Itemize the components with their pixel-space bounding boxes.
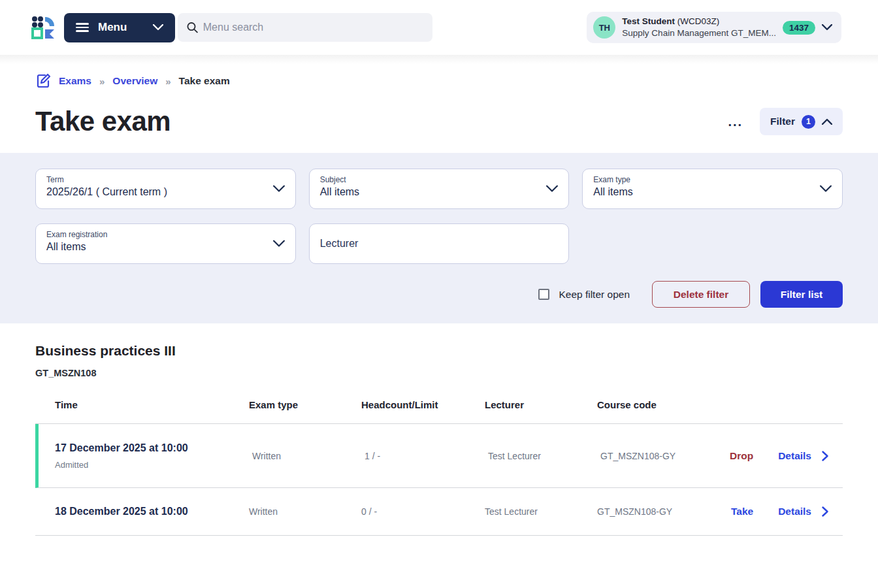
keep-filter-open-label: Keep filter open: [559, 289, 630, 301]
filter-panel: Term 2025/26/1 ( Current term ) Subject …: [0, 153, 878, 323]
exam-time: 18 December 2025 at 10:00: [55, 506, 249, 517]
exam-registration-select[interactable]: Exam registration All items: [35, 223, 296, 264]
details-label: Details: [778, 450, 811, 462]
menu-button[interactable]: Menu: [64, 13, 175, 42]
course-title: Business practices III: [35, 343, 843, 359]
app-logo-icon: [31, 16, 55, 39]
chevron-up-icon: [822, 118, 832, 125]
page-title: Take exam: [35, 106, 171, 137]
course-code: GT_MSZN108: [35, 368, 843, 378]
breadcrumb-overview[interactable]: Overview: [112, 75, 157, 87]
take-exam-button[interactable]: Take: [731, 506, 753, 517]
col-header-course-code: Course code: [597, 399, 719, 410]
user-training: Supply Chain Management GT_MEM...: [622, 27, 776, 39]
breadcrumb-separator: »: [165, 76, 171, 87]
keep-filter-open-checkbox[interactable]: [538, 289, 549, 300]
chevron-down-icon: [273, 240, 285, 248]
lecturer-cell: Test Lecturer: [485, 506, 597, 517]
user-info: Test Student (WCD03Z) Supply Chain Manag…: [622, 16, 776, 39]
filter-count-badge: 1: [802, 115, 815, 129]
chevron-down-icon: [273, 186, 285, 193]
delete-filter-button[interactable]: Delete filter: [652, 281, 750, 308]
exam-type-select[interactable]: Exam type All items: [582, 169, 843, 209]
table-header-row: Time Exam type Headcount/Limit Lecturer …: [35, 399, 843, 424]
filter-button-label: Filter: [770, 116, 795, 127]
search-icon: [187, 22, 198, 33]
chevron-right-icon: [822, 451, 828, 461]
exam-type-label: Exam type: [593, 175, 811, 184]
exam-type-cell: Written: [252, 451, 365, 461]
exam-registration-label: Exam registration: [46, 230, 264, 239]
exam-registration-value: All items: [46, 241, 264, 253]
course-code-cell: GT_MSZN108-GY: [600, 451, 723, 461]
details-link[interactable]: Details: [778, 506, 828, 517]
menu-button-label: Menu: [98, 21, 127, 34]
lecturer-field[interactable]: [309, 223, 570, 264]
course-code-cell: GT_MSZN108-GY: [597, 506, 719, 517]
exam-time: 17 December 2025 at 10:00: [55, 442, 252, 454]
hamburger-icon: [76, 23, 89, 32]
col-header-lecturer: Lecturer: [485, 399, 597, 410]
table-row: 18 December 2025 at 10:00 Written 0 / - …: [35, 488, 843, 536]
filter-list-button[interactable]: Filter list: [760, 281, 843, 308]
drop-exam-button[interactable]: Drop: [730, 450, 753, 462]
term-select[interactable]: Term 2025/26/1 ( Current term ): [35, 169, 296, 209]
col-header-time: Time: [35, 399, 249, 410]
menu-search-input[interactable]: [203, 22, 423, 33]
breadcrumb-separator: »: [99, 76, 105, 87]
col-header-exam-type: Exam type: [249, 399, 361, 410]
notification-badge: 1437: [783, 21, 815, 35]
menu-search[interactable]: [178, 13, 432, 42]
headcount-cell: 1 / -: [365, 451, 488, 461]
exam-type-value: All items: [593, 186, 811, 198]
details-link[interactable]: Details: [778, 450, 828, 462]
term-value: 2025/26/1 ( Current term ): [46, 186, 264, 198]
chevron-right-icon: [822, 506, 828, 517]
col-header-headcount: Headcount/Limit: [361, 399, 485, 410]
chevron-down-icon: [153, 24, 163, 31]
term-label: Term: [46, 175, 264, 184]
exam-status: Admitted: [55, 460, 252, 470]
subject-select[interactable]: Subject All items: [309, 169, 570, 209]
subject-label: Subject: [320, 175, 538, 184]
more-options-button[interactable]: ...: [728, 118, 743, 125]
headcount-cell: 0 / -: [361, 506, 485, 517]
user-code: (WCD03Z): [677, 16, 720, 26]
keep-filter-open-option[interactable]: Keep filter open: [538, 289, 630, 301]
exam-table: Time Exam type Headcount/Limit Lecturer …: [35, 399, 843, 536]
table-row: 17 December 2025 at 10:00 Admitted Writt…: [35, 424, 843, 488]
chevron-down-icon: [546, 186, 558, 193]
lecturer-input[interactable]: [320, 238, 559, 250]
breadcrumb-current: Take exam: [179, 75, 230, 87]
lecturer-cell: Test Lecturer: [488, 451, 600, 461]
subject-value: All items: [320, 186, 538, 198]
breadcrumb-exams[interactable]: Exams: [59, 75, 91, 87]
chevron-down-icon: [820, 186, 832, 193]
exam-edit-icon: [35, 73, 51, 89]
avatar: TH: [593, 16, 615, 39]
filter-toggle-button[interactable]: Filter 1: [760, 108, 843, 135]
user-name: Test Student: [622, 16, 675, 26]
details-label: Details: [778, 506, 811, 517]
user-menu[interactable]: TH Test Student (WCD03Z) Supply Chain Ma…: [587, 12, 841, 43]
chevron-down-icon: [822, 24, 832, 31]
top-bar: Menu TH Test Student (WCD03Z) Supply Cha…: [0, 0, 878, 55]
exam-type-cell: Written: [249, 506, 361, 517]
